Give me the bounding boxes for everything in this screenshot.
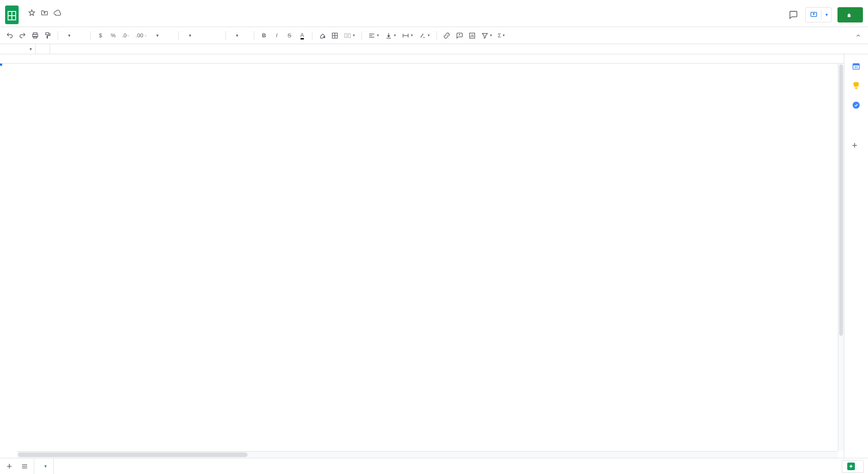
italic-icon[interactable]: I (271, 30, 282, 41)
svg-text:31: 31 (854, 65, 858, 69)
move-icon[interactable] (41, 9, 48, 17)
add-addon-icon[interactable]: + (852, 140, 860, 148)
more-formats-select[interactable]: ▼ (150, 30, 174, 41)
star-icon[interactable] (28, 9, 36, 17)
svg-rect-9 (46, 33, 49, 35)
bold-icon[interactable]: B (259, 30, 270, 41)
formula-input[interactable] (50, 44, 868, 54)
svg-point-31 (853, 102, 860, 109)
menu-bar (24, 19, 784, 22)
chevron-down-icon: ▼ (825, 13, 829, 17)
share-button[interactable] (837, 7, 863, 22)
keep-addon-icon[interactable] (852, 81, 860, 90)
menu-insert[interactable] (47, 19, 53, 22)
chevron-down-icon: ▼ (44, 464, 47, 468)
redo-icon[interactable] (17, 30, 28, 41)
decrease-decimal-icon[interactable]: .0← (120, 30, 132, 41)
paint-format-icon[interactable] (42, 30, 53, 41)
add-sheet-icon[interactable]: + (3, 460, 15, 472)
toolbar: ▼ $ % .0← .00→ ▼ ▼ ▼ B I S A ▼ ▼ ▼ ▼ ▼ ▼… (0, 27, 868, 44)
undo-icon[interactable] (4, 30, 15, 41)
borders-icon[interactable] (329, 30, 340, 41)
title-bar: ▼ (0, 0, 868, 27)
horizontal-align-icon[interactable]: ▼ (366, 30, 381, 41)
text-rotation-icon[interactable]: ▼ (417, 30, 432, 41)
all-sheets-icon[interactable] (19, 460, 31, 472)
sheets-app-icon[interactable] (3, 4, 20, 26)
zoom-select[interactable]: ▼ (62, 30, 86, 41)
vertical-scrollbar[interactable] (838, 64, 844, 451)
collapse-toolbar-icon[interactable] (853, 30, 864, 41)
currency-icon[interactable]: $ (95, 30, 106, 41)
menu-addons[interactable] (77, 19, 84, 22)
cloud-status-icon[interactable] (53, 9, 61, 17)
menu-data[interactable] (62, 19, 69, 22)
insert-chart-icon[interactable] (467, 30, 478, 41)
print-icon[interactable] (30, 30, 41, 41)
sheet-tab-active[interactable]: ▼ (34, 459, 54, 474)
filter-icon[interactable]: ▼ (479, 30, 495, 41)
spreadsheet-grid[interactable] (0, 54, 844, 458)
strikethrough-icon[interactable]: S (284, 30, 295, 41)
svg-rect-30 (855, 87, 857, 89)
menu-format[interactable] (54, 19, 61, 22)
insert-comment-icon[interactable] (454, 30, 465, 41)
menu-help[interactable] (85, 19, 92, 22)
comments-icon[interactable] (787, 9, 799, 21)
text-wrap-icon[interactable]: ▼ (400, 30, 415, 41)
fx-label (36, 44, 50, 54)
svg-rect-14 (348, 33, 350, 37)
increase-decimal-icon[interactable]: .00→ (134, 30, 149, 41)
text-color-icon[interactable]: A (297, 30, 308, 41)
font-size-select[interactable]: ▼ (230, 30, 250, 41)
horizontal-scrollbar[interactable] (17, 451, 838, 458)
functions-icon[interactable]: Σ▼ (496, 30, 507, 41)
calendar-addon-icon[interactable]: 31 (852, 62, 860, 70)
vertical-align-icon[interactable]: ▼ (383, 30, 398, 41)
insert-link-icon[interactable] (441, 30, 452, 41)
font-select[interactable]: ▼ (183, 30, 221, 41)
menu-view[interactable] (39, 19, 46, 22)
tasks-addon-icon[interactable] (852, 101, 860, 109)
formula-bar: ▼ (0, 44, 868, 54)
menu-tools[interactable] (70, 19, 76, 22)
sheet-bar: + ▼ ✦ (0, 458, 868, 474)
explore-button[interactable]: ✦ (842, 460, 864, 473)
name-box[interactable]: ▼ (0, 44, 36, 54)
percent-icon[interactable]: % (108, 30, 119, 41)
svg-rect-13 (345, 33, 347, 37)
side-panel: 31 + (844, 54, 868, 458)
explore-icon: ✦ (847, 463, 855, 470)
present-button[interactable]: ▼ (805, 7, 832, 22)
svg-marker-4 (29, 10, 35, 15)
menu-edit[interactable] (31, 19, 38, 22)
merge-cells-icon[interactable]: ▼ (342, 30, 357, 41)
menu-file[interactable] (24, 19, 31, 22)
fill-color-icon[interactable] (317, 30, 328, 41)
